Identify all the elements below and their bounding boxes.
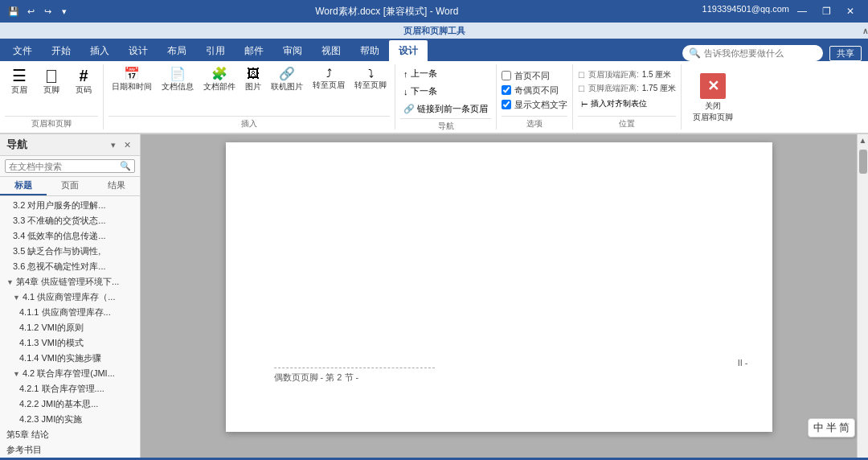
tab-design-header[interactable]: 设计 <box>389 40 428 61</box>
nav-item-text: 3.6 忽视不确定性对库... <box>13 261 106 273</box>
header-button[interactable]: ☰ 页眉 <box>5 66 34 97</box>
nav-item-arrow: ▼ <box>13 294 20 302</box>
customize-button[interactable]: ▾ <box>57 4 72 18</box>
nav-tab-results[interactable]: 结果 <box>93 177 140 195</box>
online-pic-icon: 🔗 <box>279 68 295 80</box>
nav-item-12[interactable]: 4.2.1 联合库存管理.... <box>0 381 140 396</box>
nav-item-11[interactable]: ▼4.2 联合库存管理(JMI... <box>0 366 140 381</box>
ribbon-search-box[interactable]: 🔍 <box>682 45 823 61</box>
nav-item-1[interactable]: 3.3 不准确的交货状态... <box>0 213 140 228</box>
maximize-button[interactable]: ❐ <box>815 4 837 18</box>
online-pic-button[interactable]: 🔗 联机图片 <box>268 66 306 94</box>
nav-tab-headings[interactable]: 标题 <box>0 177 47 195</box>
minimize-button[interactable]: — <box>791 4 813 18</box>
nav-item-arrow: ▼ <box>13 370 20 378</box>
tab-review[interactable]: 审阅 <box>273 40 312 61</box>
close-button[interactable]: ✕ <box>839 4 862 18</box>
picture-button[interactable]: 🖼 图片 <box>242 66 264 94</box>
footer-icon: ⎕ <box>47 68 56 84</box>
doc-area[interactable]: 偶数页页脚 - 第 2 节 - II - <box>141 134 857 458</box>
nav-item-text: 4.1.4 VMI的实施步骤 <box>19 352 101 364</box>
show-doc-text-label: 显示文档文字 <box>514 99 567 111</box>
tab-stop-icon: ⊢ <box>581 100 588 109</box>
nav-item-9[interactable]: 4.1.3 VMI的模式 <box>0 335 140 351</box>
nav-tabs: 标题 页面 结果 <box>0 177 140 196</box>
picture-icon: 🖼 <box>247 68 260 80</box>
tab-references[interactable]: 引用 <box>196 40 235 61</box>
share-button[interactable]: 共享 <box>829 46 862 61</box>
redo-button[interactable]: ↪ <box>40 4 55 18</box>
link-prev-btn[interactable]: 🔗 链接到前一条页眉 <box>400 101 491 117</box>
nav-item-13[interactable]: 4.2.2 JMI的基本思... <box>0 396 140 412</box>
ribbon-group-header-footer: ☰ 页眉 ⎕ 页脚 # 页码 页眉和页脚 <box>0 64 104 129</box>
scroll-thumb[interactable] <box>859 150 867 174</box>
ribbon-group-navigate: ↑ 上一条 ↓ 下一条 🔗 链接到前一条页眉 导航 <box>395 64 497 129</box>
tab-file[interactable]: 文件 <box>3 40 42 61</box>
nav-dropdown-button[interactable]: ▾ <box>108 139 118 151</box>
nav-item-2[interactable]: 3.4 低效率的信息传递... <box>0 228 140 244</box>
nav-item-text: 3.4 低效率的信息传递... <box>13 230 106 242</box>
insert-tab-stop-button[interactable]: ⊢ 插入对齐制表位 <box>578 97 650 111</box>
user-email: 1193394501@qq.com <box>702 4 789 18</box>
footer-button[interactable]: ⎕ 页脚 <box>37 66 66 97</box>
nav-item-3[interactable]: 3.5 缺乏合作与协调性, <box>0 244 140 259</box>
nav-item-text: 第5章 结论 <box>6 429 49 441</box>
doc-info-button[interactable]: 📄 文档信息 <box>158 66 197 94</box>
nav-item-0[interactable]: 3.2 对用户服务的理解... <box>0 198 140 213</box>
nav-close-button[interactable]: ✕ <box>121 139 133 151</box>
ribbon-group-navigate-label: 导航 <box>400 118 491 132</box>
first-page-diff-row: 首页不同 <box>502 70 550 82</box>
nav-item-text: 4.1.3 VMI的模式 <box>19 337 84 349</box>
nav-item-15[interactable]: 第5章 结论 <box>0 427 140 442</box>
ime-indicator[interactable]: 中 半 简 <box>808 418 855 437</box>
ribbon-group-header-footer-content: ☰ 页眉 ⎕ 页脚 # 页码 <box>5 64 98 114</box>
nav-tab-pages[interactable]: 页面 <box>47 177 93 195</box>
nav-search-input[interactable] <box>9 162 120 171</box>
window-title: Word素材.docx [兼容模式] - Word <box>72 5 702 18</box>
tab-insert[interactable]: 插入 <box>80 40 119 61</box>
tab-help[interactable]: 帮助 <box>350 40 389 61</box>
goto-header-button[interactable]: ⤴ 转至页眉 <box>309 66 348 92</box>
scroll-up-arrow[interactable]: ▲ <box>858 134 868 146</box>
ribbon-group-navigate-content: ↑ 上一条 ↓ 下一条 🔗 链接到前一条页眉 <box>400 64 491 117</box>
ribbon-group-position-label: 位置 <box>578 116 676 129</box>
datetime-button[interactable]: 📅 日期和时间 <box>108 66 155 94</box>
nav-item-4[interactable]: 3.6 忽视不确定性对库... <box>0 259 140 274</box>
tab-mail[interactable]: 邮件 <box>235 40 273 61</box>
nav-item-6[interactable]: ▼4.1 供应商管理库存（... <box>0 290 140 305</box>
odd-even-diff-checkbox[interactable] <box>502 85 511 95</box>
ribbon-group-position: ☐ 页眉顶端距离: 1.5 厘米 ☐ 页脚底端距离: 1.75 厘米 ⊢ 插入对… <box>573 64 682 129</box>
tab-layout[interactable]: 布局 <box>158 40 196 61</box>
next-btn[interactable]: ↓ 下一条 <box>400 84 440 99</box>
goto-footer-button[interactable]: ⤵ 转至页脚 <box>351 66 390 92</box>
undo-button[interactable]: ↩ <box>23 4 38 18</box>
ribbon-search-input[interactable] <box>704 48 817 58</box>
show-doc-text-checkbox[interactable] <box>502 100 511 109</box>
first-page-diff-label: 首页不同 <box>514 70 550 82</box>
first-page-diff-checkbox[interactable] <box>502 71 511 80</box>
nav-item-text: 3.5 缺乏合作与协调性, <box>13 245 100 257</box>
nav-item-8[interactable]: 4.1.2 VMI的原则 <box>0 320 140 335</box>
doc-page: 偶数页页脚 - 第 2 节 - II - <box>226 142 772 432</box>
close-header-footer-button[interactable]: ✕ 关闭页眉和页脚 <box>686 70 739 126</box>
tab-view[interactable]: 视图 <box>312 40 350 61</box>
window-controls: 1193394501@qq.com — ❐ ✕ <box>702 4 862 18</box>
header-top-dist-value: 1.5 厘米 <box>642 69 672 80</box>
tab-design[interactable]: 设计 <box>119 40 158 61</box>
doc-parts-button[interactable]: 🧩 文档部件 <box>200 66 239 94</box>
prev-btn[interactable]: ↑ 上一条 <box>400 66 440 81</box>
nav-item-14[interactable]: 4.2.3 JMI的实施 <box>0 412 140 427</box>
nav-item-10[interactable]: 4.1.4 VMI的实施步骤 <box>0 351 140 366</box>
right-scrollbar[interactable]: ▲ <box>857 134 868 458</box>
nav-item-16[interactable]: 参考书目 <box>0 442 140 458</box>
title-bar-left: 💾 ↩ ↪ ▾ <box>6 4 72 18</box>
nav-item-5[interactable]: ▼第4章 供应链管理环境下... <box>0 274 140 290</box>
ribbon-collapse-button[interactable]: ∧ <box>862 27 868 35</box>
page-number-button[interactable]: # 页码 <box>69 66 98 97</box>
nav-item-arrow: ▼ <box>6 278 14 286</box>
ribbon-tab-right: 🔍 共享 <box>682 45 868 61</box>
save-button[interactable]: 💾 <box>6 4 21 18</box>
ribbon: ☰ 页眉 ⎕ 页脚 # 页码 页眉和页脚 📅 日期和时间 <box>0 61 868 133</box>
nav-item-7[interactable]: 4.1.1 供应商管理库存... <box>0 305 140 320</box>
tab-start[interactable]: 开始 <box>42 40 80 61</box>
